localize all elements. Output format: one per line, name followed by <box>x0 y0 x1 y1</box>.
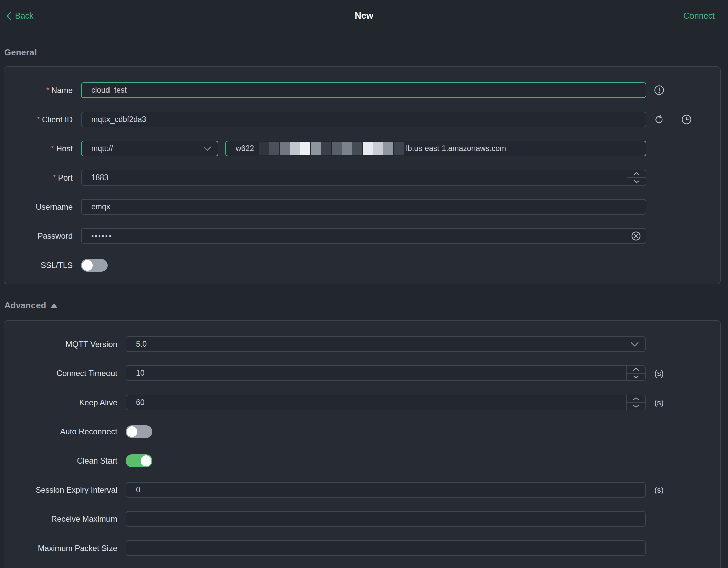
port-row: *Port <box>4 170 720 186</box>
receive-maximum-label: Receive Maximum <box>4 514 117 524</box>
username-row: Username <box>4 199 720 215</box>
form-content: General *Name *Client ID <box>0 47 728 568</box>
toggle-knob <box>82 260 93 271</box>
chevron-down-icon[interactable] <box>627 178 646 185</box>
top-bar: Back New Connect <box>0 0 728 32</box>
password-input[interactable] <box>81 228 646 244</box>
host-label: Host <box>56 144 73 153</box>
triangle-up-icon <box>50 303 58 308</box>
ssl-toggle[interactable] <box>81 259 108 272</box>
port-label: Port <box>58 173 73 182</box>
advanced-heading-label: Advanced <box>4 300 46 311</box>
chevron-down-icon <box>203 146 212 151</box>
chevron-down-icon <box>630 342 639 347</box>
ssl-row: SSL/TLS <box>4 257 720 273</box>
clock-icon[interactable] <box>681 114 692 125</box>
password-row: Password <box>4 228 720 244</box>
password-label: Password <box>4 231 73 241</box>
required-asterisk: * <box>53 173 56 182</box>
chevron-up-icon[interactable] <box>627 366 645 374</box>
client-id-label: Client ID <box>42 115 73 124</box>
client-id-input[interactable] <box>81 112 646 127</box>
ssl-label: SSL/TLS <box>4 261 73 270</box>
name-row: *Name <box>4 82 720 98</box>
username-label: Username <box>4 202 73 212</box>
session-expiry-unit: (s) <box>654 485 664 495</box>
general-panel: *Name *Client ID <box>4 66 721 284</box>
receive-maximum-input[interactable] <box>126 511 646 527</box>
keep-alive-unit: (s) <box>654 398 664 407</box>
host-protocol-value: mqtt:// <box>91 144 113 153</box>
max-packet-size-row: Maximum Packet Size <box>4 540 720 556</box>
host-protocol-select[interactable]: mqtt:// <box>81 141 218 156</box>
advanced-panel: MQTT Version 5.0 Connect Timeout <box>4 320 721 568</box>
chevron-down-icon[interactable] <box>627 374 645 381</box>
circle-close-icon[interactable] <box>631 231 641 241</box>
connect-timeout-input[interactable] <box>126 365 646 381</box>
toggle-knob <box>141 455 151 466</box>
mqtt-version-label: MQTT Version <box>4 340 117 349</box>
advanced-section-heading[interactable]: Advanced <box>4 300 721 311</box>
connect-timeout-row: Connect Timeout (s) <box>4 365 720 381</box>
back-label: Back <box>15 11 34 21</box>
host-value-suffix: lb.us-east-1.amazonaws.com <box>406 144 506 153</box>
host-input[interactable]: w622 lb.us-east-1.amazonaws.com <box>225 141 646 156</box>
clean-start-label: Clean Start <box>4 456 117 466</box>
mqtt-version-value: 5.0 <box>136 340 147 349</box>
chevron-down-icon[interactable] <box>627 403 645 410</box>
username-input[interactable] <box>81 199 646 215</box>
connect-timeout-unit: (s) <box>654 369 664 378</box>
back-button[interactable]: Back <box>6 11 34 21</box>
connect-button[interactable]: Connect <box>683 11 715 21</box>
session-expiry-label: Session Expiry Interval <box>4 485 117 495</box>
required-asterisk: * <box>46 86 49 95</box>
port-input[interactable] <box>81 170 646 186</box>
client-id-row: *Client ID <box>4 112 720 127</box>
new-connection-window: Back New Connect General *Name *Client I… <box>0 0 728 568</box>
chevron-up-icon[interactable] <box>627 170 646 178</box>
alert-circle-icon[interactable] <box>654 85 664 96</box>
host-value-prefix: w622 <box>236 144 254 153</box>
host-row: *Host mqtt:// w622 lb.us-east-1.amazonaw… <box>4 141 720 156</box>
mqtt-version-select[interactable]: 5.0 <box>126 336 646 352</box>
general-heading-label: General <box>4 47 37 58</box>
connect-timeout-label: Connect Timeout <box>4 369 117 378</box>
clean-start-row: Clean Start <box>4 453 720 469</box>
required-asterisk: * <box>51 144 54 153</box>
name-label: Name <box>51 86 73 95</box>
keep-alive-label: Keep Alive <box>4 398 117 407</box>
keep-alive-input[interactable] <box>126 395 646 410</box>
redacted-host-segment <box>259 142 404 155</box>
name-input[interactable] <box>81 82 646 98</box>
connect-timeout-stepper <box>626 366 645 380</box>
clean-start-toggle[interactable] <box>126 454 152 467</box>
auto-reconnect-label: Auto Reconnect <box>4 427 117 436</box>
required-asterisk: * <box>37 115 40 124</box>
keep-alive-row: Keep Alive (s) <box>4 395 720 410</box>
general-section-heading: General <box>4 47 721 58</box>
page-title: New <box>355 11 373 21</box>
mqtt-version-row: MQTT Version 5.0 <box>4 336 720 352</box>
keep-alive-stepper <box>626 395 645 410</box>
refresh-icon[interactable] <box>654 114 664 125</box>
chevron-left-icon <box>6 11 12 21</box>
toggle-knob <box>127 426 137 437</box>
session-expiry-row: Session Expiry Interval (s) <box>4 482 720 498</box>
max-packet-size-input[interactable] <box>126 540 646 556</box>
port-stepper <box>627 170 646 185</box>
auto-reconnect-toggle[interactable] <box>126 425 152 438</box>
chevron-up-icon[interactable] <box>627 395 645 403</box>
receive-maximum-row: Receive Maximum <box>4 511 720 527</box>
session-expiry-input[interactable] <box>126 482 646 498</box>
auto-reconnect-row: Auto Reconnect <box>4 424 720 439</box>
max-packet-size-label: Maximum Packet Size <box>4 544 117 553</box>
